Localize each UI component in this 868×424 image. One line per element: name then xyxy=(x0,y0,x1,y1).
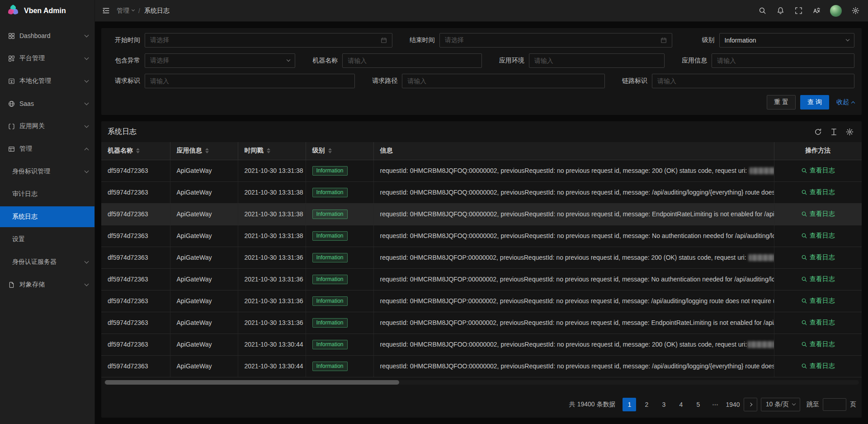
filter-label: 机器名称 xyxy=(306,57,338,65)
page-size-select[interactable]: 10 条/页 xyxy=(761,398,800,411)
sidebar-item-audit-logs[interactable]: 审计日志 xyxy=(0,184,94,205)
sort-icons[interactable] xyxy=(267,148,270,153)
view-log-link[interactable]: 查看日志 xyxy=(801,362,835,370)
machine-name-input[interactable] xyxy=(342,53,482,68)
view-log-link[interactable]: 查看日志 xyxy=(801,319,835,327)
scrollbar-thumb[interactable] xyxy=(105,380,399,385)
column-settings-icon[interactable] xyxy=(846,128,854,136)
sidebar-item-system-logs[interactable]: 系统日志 xyxy=(0,206,94,227)
page-suffix: 页 xyxy=(850,400,856,409)
sidebar-item-auth-server[interactable]: 身份认证服务器 xyxy=(0,252,94,272)
sidebar-item-localization[interactable]: 本地化管理 xyxy=(0,71,94,91)
request-path-input[interactable] xyxy=(402,74,605,88)
select-value: 请选择 xyxy=(150,57,169,65)
page-jump-input[interactable] xyxy=(823,398,846,411)
sidebar-item-label: 身份标识管理 xyxy=(12,167,81,176)
logo[interactable]: Vben Admin xyxy=(0,0,94,22)
content: 开始时间请选择结束时间请选择级别Information包含异常请选择机器名称应用… xyxy=(95,22,868,424)
cell-action: 查看日志 xyxy=(774,181,862,203)
view-log-link[interactable]: 查看日志 xyxy=(801,253,835,262)
dashboard-icon xyxy=(8,33,15,39)
sort-icons[interactable] xyxy=(136,148,140,153)
sidebar-item-dashboard[interactable]: Dashboard xyxy=(0,25,94,46)
filter-item-trace-id: 链路标识 xyxy=(616,74,854,88)
view-log-label: 查看日志 xyxy=(810,297,835,305)
page-size-value: 10 条/页 xyxy=(766,400,789,409)
sidebar-item-settings[interactable]: 设置 xyxy=(0,229,94,250)
cell-timestamp: 2021-10-30 13:31:38 xyxy=(238,181,306,203)
refresh-icon[interactable] xyxy=(814,128,822,136)
cell-timestamp: 2021-10-30 13:31:36 xyxy=(238,290,306,312)
sidebar-item-label: 设置 xyxy=(12,235,88,243)
app-root: Vben Admin Dashboard平台管理本地化管理Saas应用网关管理身… xyxy=(0,0,868,424)
filter-item-app-info: 应用信息 xyxy=(675,53,854,68)
view-log-link[interactable]: 查看日志 xyxy=(801,275,835,283)
collapse-link[interactable]: 收起 xyxy=(836,98,854,106)
column-header-machine-name[interactable]: 机器名称 xyxy=(101,142,170,160)
level-select[interactable]: Information xyxy=(719,33,855,48)
filter-label: 请求路径 xyxy=(366,77,397,85)
request-id-input[interactable] xyxy=(145,74,355,88)
column-header-timestamp[interactable]: 时间戳 xyxy=(238,142,306,160)
include-exception-select[interactable]: 请选择 xyxy=(145,53,295,68)
log-table-panel: 系统日志 机器名称应用信息时间戳级别信息操作方法 df5974d72363Api… xyxy=(101,121,862,418)
end-time-picker[interactable]: 请选择 xyxy=(439,33,672,48)
sort-icons[interactable] xyxy=(328,148,332,153)
pagination-total: 共 19400 条数据 xyxy=(569,400,616,409)
cell-timestamp: 2021-10-30 13:31:38 xyxy=(238,225,306,247)
view-log-link[interactable]: 查看日志 xyxy=(801,297,835,305)
sidebar-item-platform-management[interactable]: 平台管理 xyxy=(0,48,94,69)
cell-message: requestId: 0HMCRBM8JQFOP:00000002, previ… xyxy=(373,290,774,312)
page-button-1[interactable]: 1 xyxy=(623,398,636,411)
view-log-link[interactable]: 查看日志 xyxy=(801,232,835,240)
search-icon[interactable] xyxy=(753,0,771,21)
filter-item-machine-name: 机器名称 xyxy=(306,53,493,68)
view-log-link[interactable]: 查看日志 xyxy=(801,210,835,218)
col-height-icon[interactable] xyxy=(830,128,838,136)
start-time-picker[interactable]: 请选择 xyxy=(145,33,392,48)
sidebar-item-app-gateway[interactable]: 应用网关 xyxy=(0,116,94,137)
sidebar-item-object-storage[interactable]: 对象存储 xyxy=(0,274,94,295)
next-page-button[interactable] xyxy=(744,398,757,411)
notification-icon[interactable] xyxy=(771,0,789,21)
page-button-3[interactable]: 3 xyxy=(657,398,670,411)
app-info-input[interactable] xyxy=(712,53,854,68)
view-log-link[interactable]: 查看日志 xyxy=(801,188,835,196)
horizontal-scrollbar[interactable] xyxy=(104,380,859,385)
search-button[interactable]: 查 询 xyxy=(800,95,829,110)
column-header-level[interactable]: 级别 xyxy=(306,142,373,160)
reset-button[interactable]: 重 置 xyxy=(767,95,796,110)
app-environment-input[interactable] xyxy=(529,53,665,68)
breadcrumb-item-admin[interactable]: 管理 xyxy=(117,7,134,15)
settings-icon[interactable] xyxy=(846,0,864,21)
view-log-link[interactable]: 查看日志 xyxy=(801,340,835,348)
page-button-4[interactable]: 4 xyxy=(674,398,688,411)
view-log-label: 查看日志 xyxy=(810,232,835,240)
cell-timestamp: 2021-10-30 13:31:36 xyxy=(238,247,306,268)
pages-ellipsis[interactable]: ••• xyxy=(708,398,722,411)
sidebar-item-label: Dashboard xyxy=(19,32,81,39)
page-button-1940[interactable]: 1940 xyxy=(726,398,740,411)
sidebar-item-identity-management[interactable]: 身份标识管理 xyxy=(0,161,94,182)
cell-level: Information xyxy=(306,225,373,247)
table-row: df5974d72363ApiGateWay2021-10-30 13:31:3… xyxy=(101,181,862,203)
view-log-link[interactable]: 查看日志 xyxy=(801,167,835,175)
filter-item-include-exception: 包含异常请选择 xyxy=(108,53,306,68)
sidebar-item-admin[interactable]: 管理 xyxy=(0,138,94,159)
filter-item-end-time: 结束时间请选择 xyxy=(403,33,683,48)
column-header-app-info[interactable]: 应用信息 xyxy=(170,142,238,160)
page-button-5[interactable]: 5 xyxy=(691,398,705,411)
cell-machine-name: df5974d72363 xyxy=(101,355,170,377)
sidebar-item-saas[interactable]: Saas xyxy=(0,93,94,114)
fullscreen-icon[interactable] xyxy=(789,0,807,21)
avatar[interactable] xyxy=(830,5,842,17)
translate-icon[interactable] xyxy=(807,0,826,21)
level-badge: Information xyxy=(312,275,348,284)
page-button-2[interactable]: 2 xyxy=(640,398,653,411)
trace-id-input[interactable] xyxy=(652,74,854,88)
caret-up-icon xyxy=(136,148,140,150)
sort-icons[interactable] xyxy=(205,148,209,153)
filter-item-request-path: 请求路径 xyxy=(366,74,616,88)
menu-fold-icon[interactable] xyxy=(95,0,117,21)
view-log-label: 查看日志 xyxy=(810,167,835,175)
